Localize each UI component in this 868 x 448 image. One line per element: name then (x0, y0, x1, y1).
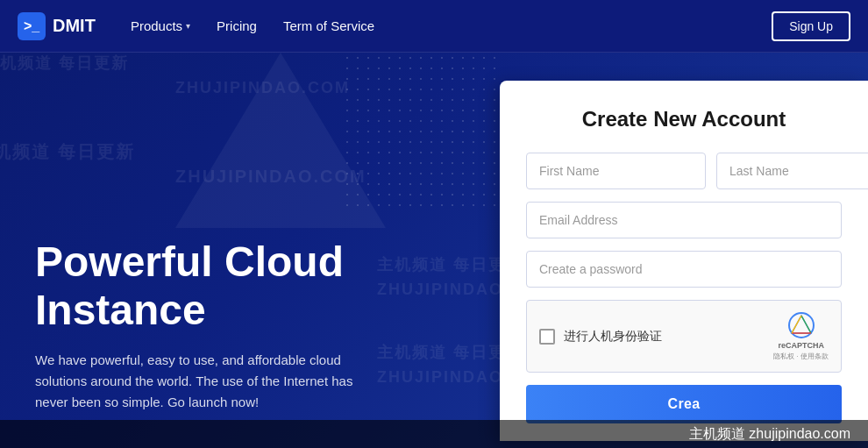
bottom-watermark-bar: 主机频道 zhujipindao.com (0, 420, 868, 448)
recaptcha-left: 进行人机身份验证 (539, 329, 662, 345)
recaptcha-logo-icon (787, 311, 815, 339)
nav-tos-label: Term of Service (283, 18, 374, 33)
logo-icon: >_ (18, 12, 46, 40)
recaptcha-label: 进行人机身份验证 (564, 329, 662, 345)
signup-button[interactable]: Sign Up (772, 11, 850, 41)
nav-pricing-label: Pricing (217, 18, 257, 33)
create-account-button[interactable]: Crea (526, 385, 842, 423)
nav-tos[interactable]: Term of Service (283, 18, 374, 33)
navbar: >_ DMIT Products ▾ Pricing Term of Servi… (0, 0, 868, 53)
nav-products-label: Products (131, 18, 182, 33)
first-name-input[interactable] (526, 153, 706, 189)
last-name-input[interactable] (716, 153, 868, 189)
recaptcha-links: 隐私权 · 使用条款 (773, 352, 829, 361)
recaptcha-right: reCAPTCHA 隐私权 · 使用条款 (773, 311, 829, 361)
products-chevron-icon: ▾ (186, 21, 190, 31)
logo-text: DMIT (53, 16, 96, 36)
hero-section: Powerful CloudInstance We have powerful,… (0, 53, 500, 448)
nav-pricing[interactable]: Pricing (217, 18, 257, 33)
name-row (526, 153, 842, 189)
logo[interactable]: >_ DMIT (18, 12, 96, 40)
recaptcha-checkbox[interactable] (539, 329, 555, 345)
signup-form-panel: Create New Account 进行人机身份验证 reCAPTCHA 隐私… (500, 81, 868, 441)
form-title: Create New Account (526, 107, 842, 132)
hero-description: We have powerful, easy to use, and affor… (35, 350, 368, 413)
nav-products[interactable]: Products ▾ (131, 18, 190, 33)
password-input[interactable] (526, 251, 842, 288)
bottom-watermark-text: 主机频道 zhujipindao.com (689, 425, 850, 444)
email-input[interactable] (526, 202, 842, 238)
recaptcha-brand-label: reCAPTCHA (778, 341, 824, 350)
nav-links: Products ▾ Pricing Term of Service (131, 18, 772, 33)
recaptcha-widget[interactable]: 进行人机身份验证 reCAPTCHA 隐私权 · 使用条款 (526, 300, 842, 373)
hero-title: Powerful CloudInstance (35, 238, 465, 334)
